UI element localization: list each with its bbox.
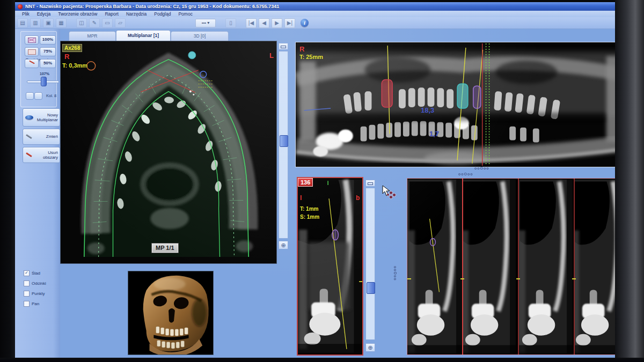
checkbox-pan[interactable]: Pan — [24, 301, 39, 307]
checkbox-label: Ślad — [32, 271, 40, 276]
checkbox-odcinki[interactable]: Odcinki — [24, 280, 46, 286]
tab-mpr[interactable]: MPR — [69, 31, 116, 41]
actual-size-icon — [28, 49, 36, 55]
menu-plik[interactable]: Plik — [18, 11, 33, 17]
annotate-icon[interactable]: ✎ — [89, 18, 100, 28]
pencil-icon — [25, 133, 33, 141]
zoom-slider-thumb[interactable] — [41, 77, 47, 86]
menu-bar: Plik Edycja Tworzenie obrazów Raport Nar… — [15, 11, 615, 17]
checkbox-icon[interactable] — [24, 301, 30, 307]
axial-view-canvas[interactable] — [60, 41, 277, 264]
open-icon[interactable]: ▥ — [30, 18, 41, 28]
checkbox-icon[interactable] — [24, 291, 30, 297]
cs-left-marker: l — [300, 194, 302, 202]
change-button[interactable]: Zmień — [23, 129, 60, 145]
axial-scroll-top-button[interactable] — [279, 43, 288, 50]
overflow-ellipsis: ••• — [202, 20, 206, 25]
cs-step-label: S: 1mm — [300, 214, 319, 220]
menu-pomoc[interactable]: Pomoc — [174, 11, 196, 17]
menu-narzedzia[interactable]: Narzędzia — [122, 11, 150, 17]
cs-scroll-top-button[interactable] — [365, 180, 375, 187]
pano-slice-marker: ooOoo — [474, 166, 489, 170]
nav-next-button[interactable]: ▶ — [272, 18, 282, 28]
nav-prev-button[interactable]: ◀ — [259, 18, 269, 28]
monitor-photo: NNT - Nazwisko pacjenta: Prosperska Barb… — [0, 0, 644, 362]
delete-areas-button[interactable]: Usuń obszary — [23, 147, 60, 163]
yellow-tick — [572, 278, 576, 279]
actual-size-icon-button[interactable] — [25, 47, 39, 56]
zoom-pen-icon — [28, 61, 35, 65]
slice-item-3[interactable] — [519, 179, 574, 354]
monitor-bezel-bottom — [0, 358, 644, 362]
save-icon[interactable]: ▣ — [43, 18, 54, 28]
menu-tworzenie-obrazow[interactable]: Tworzenie obrazów — [54, 11, 101, 17]
monitor-bezel-right — [615, 0, 644, 362]
layout-icon[interactable]: ◫ — [76, 18, 87, 28]
panoramic-view-canvas[interactable] — [295, 42, 615, 167]
checkbox-label: Odcinki — [32, 281, 46, 286]
checkbox-slad[interactable]: Ślad — [24, 270, 40, 276]
zoom-50-button[interactable]: 50% — [40, 59, 56, 68]
cs-thickness-label: T: 1mm — [300, 206, 318, 212]
axial-crosshair-button[interactable]: ⊕ — [279, 241, 288, 249]
grid-layout-button-2[interactable] — [34, 92, 42, 100]
cs-scroll-marker: ooOoo — [393, 266, 397, 281]
new-multiplanar-label: Nowy Multiplanar — [34, 113, 58, 122]
new-multiplanar-button[interactable]: Nowy Multiplanar — [23, 108, 60, 127]
grid-layout-button-1[interactable] — [26, 92, 34, 100]
toolbar: ▤ ▥ ▣ ▦ ◫ ✎ ▭ ▱ ••• ▾ ▯ |◀ ◀ ▶ ▶| i — [15, 17, 615, 29]
checkbox-icon[interactable] — [24, 270, 30, 276]
delete-areas-label: Usuń obszary — [33, 150, 58, 160]
axial-thickness-label: T: 0,3mm — [62, 62, 87, 69]
print-icon[interactable]: ▦ — [56, 18, 67, 28]
slice-item-4[interactable] — [575, 179, 615, 354]
fit-screen-icon — [28, 38, 36, 43]
panoramic-xray-image — [296, 42, 615, 167]
zoom-100-button[interactable]: 100% — [40, 35, 56, 45]
cs-scrollbar-track[interactable] — [365, 188, 375, 340]
window-title: NNT - Nazwisko pacjenta: Prosperska Barb… — [25, 4, 279, 9]
zoom-75-button[interactable]: 75% — [40, 47, 56, 56]
yellow-tick — [460, 278, 464, 279]
change-label: Zmień — [33, 134, 58, 139]
grid-slice-marker: ooOoo — [458, 172, 473, 176]
cs-scrollbar-thumb[interactable] — [367, 282, 375, 294]
fit-screen-icon-button[interactable] — [25, 35, 39, 45]
window-tile-icon[interactable]: ▯ — [225, 18, 236, 28]
nav-first-button[interactable]: |◀ — [246, 18, 257, 28]
axial-ct-image — [61, 41, 276, 263]
tab-multiplanar[interactable]: Multiplanar [1] — [116, 30, 171, 41]
nav-last-button[interactable]: ▶| — [284, 18, 295, 28]
slice-image-1 — [407, 179, 462, 354]
slice-image-3 — [519, 179, 574, 354]
red-pencil-icon — [25, 151, 33, 159]
disc-icon — [25, 114, 34, 121]
slice-item-1[interactable] — [407, 179, 462, 354]
zoom-tool-icon-button[interactable] — [25, 59, 39, 68]
menu-podglad[interactable]: Podgląd — [150, 11, 174, 17]
measure-icon[interactable]: ▭ — [102, 18, 113, 28]
left-sidebar: Powiększenie 100% 75% 50% 107% Kol. 8 No… — [15, 29, 60, 358]
pano-orientation-label: R — [299, 45, 304, 53]
slice-image-4 — [575, 179, 615, 354]
menu-raport[interactable]: Raport — [101, 11, 122, 17]
new-document-icon[interactable]: ▤ — [17, 18, 28, 28]
skull-3d-canvas[interactable] — [128, 271, 214, 355]
monitor-bezel-left — [0, 0, 15, 362]
checkbox-label: Pan — [32, 301, 39, 306]
minimize-bar-icon — [368, 182, 373, 185]
axial-scrollbar-thumb[interactable] — [280, 135, 288, 147]
info-button[interactable]: i — [301, 19, 309, 27]
axial-slice-label: Ax268 — [62, 44, 82, 52]
menu-edycja[interactable]: Edycja — [33, 11, 55, 17]
axial-orientation-left: L — [269, 51, 274, 60]
mouse-cursor — [381, 184, 397, 200]
tab-3d[interactable]: 3D [0] — [171, 31, 229, 41]
cross-section-canvas[interactable] — [297, 177, 363, 356]
pointer-icon[interactable]: ▱ — [115, 18, 126, 28]
checkbox-icon[interactable] — [24, 280, 30, 286]
toolbar-overflow-button[interactable]: ••• ▾ — [195, 19, 216, 27]
checkbox-punkty[interactable]: Punkty — [24, 291, 45, 297]
cs-crosshair-button[interactable]: ⊕ — [365, 343, 375, 352]
slice-item-2[interactable] — [463, 179, 518, 354]
